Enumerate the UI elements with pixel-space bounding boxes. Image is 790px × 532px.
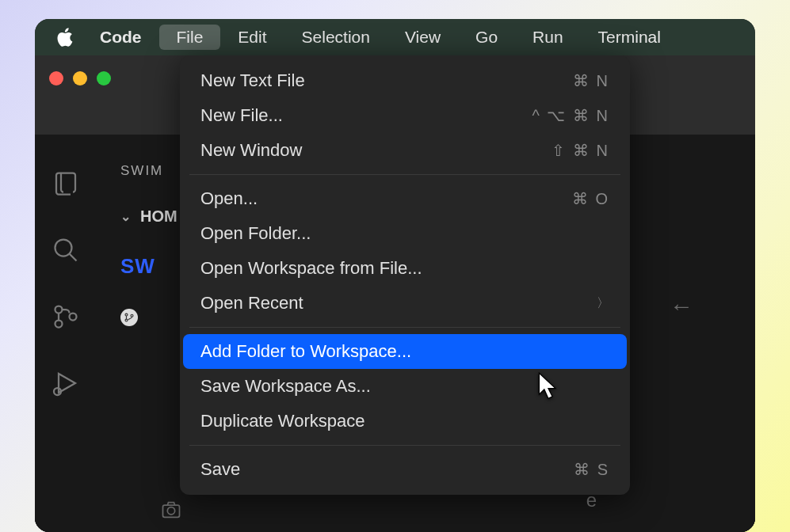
menu-separator bbox=[189, 174, 620, 175]
menu-item-shortcut: ⌘ O bbox=[572, 189, 609, 208]
run-debug-icon[interactable] bbox=[52, 369, 80, 397]
menu-view[interactable]: View bbox=[387, 25, 458, 50]
source-control-icon[interactable] bbox=[52, 302, 80, 331]
menu-save-workspace-as[interactable]: Save Workspace As... bbox=[180, 369, 630, 404]
menu-open-workspace-from-file[interactable]: Open Workspace from File... bbox=[180, 251, 630, 286]
svg-point-8 bbox=[125, 319, 128, 321]
menu-item-shortcut: ^ ⌥ ⌘ N bbox=[532, 106, 610, 125]
maximize-window-button[interactable] bbox=[97, 71, 111, 86]
menu-new-text-file[interactable]: New Text File ⌘ N bbox=[180, 63, 630, 98]
menu-separator bbox=[189, 327, 620, 328]
menu-app-name[interactable]: Code bbox=[92, 25, 159, 50]
menu-item-label: Open Folder... bbox=[200, 223, 311, 244]
explorer-icon[interactable] bbox=[52, 169, 80, 198]
apple-logo-icon[interactable] bbox=[54, 26, 76, 48]
menu-item-label: New File... bbox=[200, 105, 283, 126]
menu-terminal[interactable]: Terminal bbox=[581, 25, 678, 50]
menu-edit[interactable]: Edit bbox=[220, 25, 284, 50]
search-icon[interactable] bbox=[52, 236, 80, 264]
menu-go[interactable]: Go bbox=[458, 25, 515, 50]
svg-point-3 bbox=[55, 321, 63, 328]
menu-item-label: Open Recent bbox=[200, 293, 303, 314]
menu-item-label: New Text File bbox=[200, 70, 305, 91]
menu-selection[interactable]: Selection bbox=[284, 25, 387, 50]
menu-item-label: Add Folder to Workspace... bbox=[200, 341, 411, 362]
menu-item-shortcut: ⌘ N bbox=[573, 71, 609, 90]
menu-run[interactable]: Run bbox=[515, 25, 581, 50]
svg-point-7 bbox=[125, 314, 128, 316]
menu-item-shortcut: ⇧ ⌘ N bbox=[551, 141, 609, 160]
svg-point-9 bbox=[131, 314, 133, 317]
menu-item-label: Save Workspace As... bbox=[200, 376, 371, 397]
menu-new-window[interactable]: New Window ⇧ ⌘ N bbox=[180, 133, 630, 168]
file-dropdown-menu: New Text File ⌘ N New File... ^ ⌥ ⌘ N Ne… bbox=[180, 55, 630, 495]
camera-icon[interactable] bbox=[160, 499, 182, 521]
folder-name: HOM bbox=[140, 207, 177, 226]
svg-point-2 bbox=[55, 306, 63, 314]
menu-open-folder[interactable]: Open Folder... bbox=[180, 216, 630, 251]
chevron-down-icon: ⌄ bbox=[120, 209, 131, 224]
menu-item-label: Open Workspace from File... bbox=[200, 258, 422, 279]
menu-file[interactable]: File bbox=[159, 25, 221, 50]
menu-item-label: Save bbox=[200, 459, 240, 480]
svg-point-4 bbox=[70, 314, 77, 321]
menubar: Code File Edit Selection View Go Run Ter… bbox=[35, 19, 755, 55]
minimize-window-button[interactable] bbox=[73, 71, 87, 86]
menu-new-file[interactable]: New File... ^ ⌥ ⌘ N bbox=[180, 98, 630, 133]
menu-duplicate-workspace[interactable]: Duplicate Workspace bbox=[180, 404, 630, 439]
svg-point-0 bbox=[55, 240, 72, 256]
svg-point-11 bbox=[167, 507, 174, 515]
menu-open-recent[interactable]: Open Recent 〉 bbox=[180, 286, 630, 321]
menu-item-shortcut: ⌘ S bbox=[574, 460, 609, 479]
close-window-button[interactable] bbox=[49, 71, 63, 86]
menu-add-folder-to-workspace[interactable]: Add Folder to Workspace... bbox=[183, 334, 627, 369]
activity-bar bbox=[35, 135, 97, 532]
menu-save[interactable]: Save ⌘ S bbox=[180, 452, 630, 487]
menu-item-label: New Window bbox=[200, 140, 302, 161]
menu-item-label: Open... bbox=[200, 188, 258, 209]
chevron-right-icon: 〉 bbox=[597, 295, 609, 312]
menu-item-label: Duplicate Workspace bbox=[200, 411, 364, 431]
back-arrow-icon[interactable]: ← bbox=[670, 293, 693, 320]
menu-separator bbox=[189, 445, 620, 446]
git-branch-icon bbox=[120, 309, 138, 326]
traffic-lights bbox=[49, 71, 111, 86]
menu-open[interactable]: Open... ⌘ O bbox=[180, 181, 630, 216]
svg-line-1 bbox=[70, 254, 77, 261]
